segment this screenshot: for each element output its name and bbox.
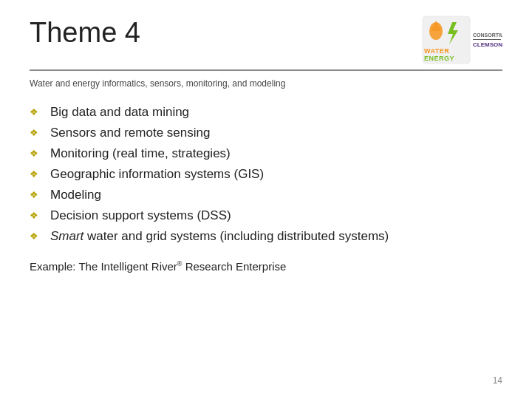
svg-text:CLEMSON: CLEMSON: [473, 41, 502, 48]
slide-title: Theme 4: [30, 18, 140, 49]
svg-rect-7: [473, 39, 501, 40]
slide-subtitle: Water and energy informatics, sensors, m…: [30, 78, 502, 89]
svg-text:ENERGY: ENERGY: [424, 55, 454, 62]
list-item: Smart water and grid systems (including …: [30, 226, 502, 247]
page-number: 14: [493, 375, 502, 386]
title-divider: [30, 69, 502, 71]
consortium-logo: WATER ENERGY CONSORTIUM CLEMSON: [421, 15, 502, 65]
svg-text:CONSORTIUM: CONSORTIUM: [473, 33, 502, 38]
svg-text:WATER: WATER: [424, 47, 449, 55]
list-item: Monitoring (real time, strategies): [30, 143, 502, 164]
list-item: Geographic information systems (GIS): [30, 164, 502, 185]
bullet-list: Big data and data mining Sensors and rem…: [30, 102, 502, 247]
header-area: Theme 4 WATER ENERGY CONSORTIUM CLEMSON: [30, 18, 502, 65]
example-text: Example: The Intelligent River® Research…: [30, 260, 502, 273]
list-item: Modeling: [30, 185, 502, 205]
logo-container: WATER ENERGY CONSORTIUM CLEMSON: [421, 15, 502, 65]
list-item: Sensors and remote sensing: [30, 123, 502, 143]
slide: Theme 4 WATER ENERGY CONSORTIUM CLEMSON: [0, 0, 532, 399]
list-item: Decision support systems (DSS): [30, 205, 502, 226]
list-item: Big data and data mining: [30, 102, 502, 123]
